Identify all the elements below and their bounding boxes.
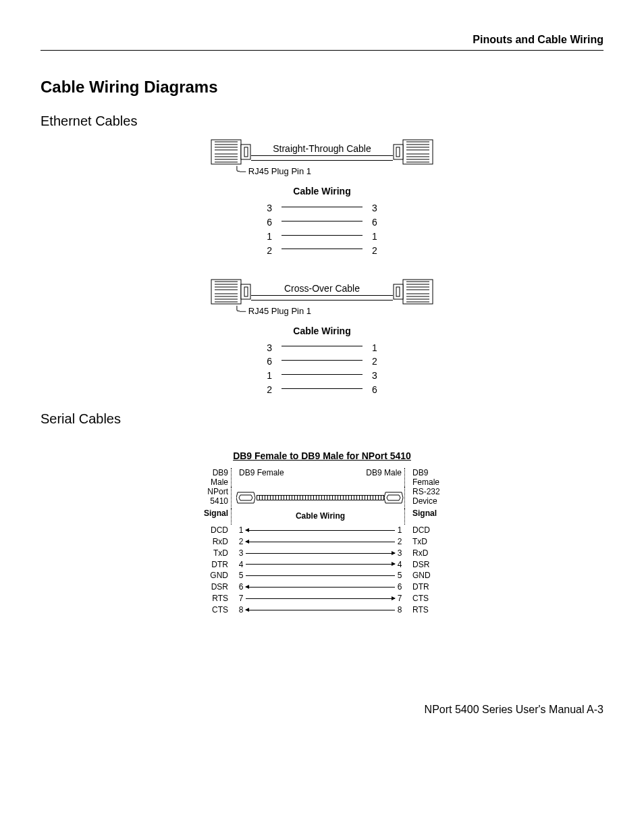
signal-right: RTS (410, 604, 447, 616)
signal-right: DTR (410, 581, 447, 593)
pin-right: 5 (395, 570, 404, 581)
pin-left: 2 (236, 536, 246, 548)
left-conn-label: DB9 Male (197, 468, 231, 487)
signal-left: TxD (197, 548, 231, 559)
right-conn-label: DB9 Female (410, 468, 447, 487)
pin-right: 8 (395, 604, 404, 616)
pin-right: 4 (395, 559, 404, 571)
pin-left: 3 (236, 548, 246, 559)
svg-rect-0 (211, 140, 241, 164)
pin-right: 6 (368, 384, 381, 396)
page-header: Pinouts and Cable Wiring (41, 34, 603, 51)
pin-left: 4 (236, 559, 246, 571)
pin-left: 1 (236, 525, 246, 536)
crossover-diagram: Cross-Over Cable ╰─ RJ45 Plug Pin 1 Cabl… (211, 279, 433, 398)
pin-right: 1 (368, 230, 381, 243)
rj45-plug-right-icon (393, 139, 433, 165)
svg-rect-21 (396, 147, 400, 157)
pin-left: 6 (263, 355, 276, 368)
straight-cable-label: Straight-Through Cable (251, 143, 393, 154)
pin-right: 2 (395, 536, 404, 548)
pin-left: 2 (263, 244, 276, 257)
svg-rect-32 (244, 287, 248, 296)
serial-cable-wiring-title: Cable Wiring (236, 511, 404, 521)
signal-right: TxD (410, 536, 447, 548)
pin-right: 3 (368, 369, 381, 382)
signal-left: GND (197, 570, 231, 581)
pin-right: 2 (368, 355, 381, 368)
pin-right: 7 (395, 593, 404, 604)
signal-header-right: Signal (410, 509, 447, 525)
mid-left-label: DB9 Female (239, 468, 284, 487)
cable-wiring-title: Cable Wiring (211, 186, 433, 197)
cable-wiring-title: Cable Wiring (211, 325, 433, 336)
straight-through-diagram: Straight-Through Cable ╰─ RJ45 Plug Pin … (211, 139, 433, 259)
signal-left: DTR (197, 559, 231, 571)
pin-left: 7 (236, 593, 246, 604)
crossover-cable-label: Cross-Over Cable (251, 283, 393, 294)
pin-right: 1 (368, 342, 381, 355)
svg-rect-33 (403, 280, 433, 304)
rj45-plug-right-icon (393, 279, 433, 305)
signal-right: CTS (410, 593, 447, 604)
signal-right: GND (410, 570, 447, 581)
serial-diagram-title: DB9 Female to DB9 Male for NPort 5410 (41, 450, 603, 461)
rj45-plug-left-icon (211, 279, 251, 305)
svg-rect-10 (244, 147, 248, 157)
pin-left: 2 (263, 384, 276, 396)
serial-section-heading: Serial Cables (41, 411, 603, 427)
serial-diagram: DB9 Male DB9 Female DB9 Male DB9 Female … (197, 468, 447, 615)
straight-wiring-table: 33661122 (261, 201, 383, 259)
pin-right: 6 (395, 581, 404, 593)
ethernet-section-heading: Ethernet Cables (41, 113, 603, 129)
left-device-label: NPort 5410 (197, 487, 231, 509)
mid-right-label: DB9 Male (366, 468, 402, 487)
svg-rect-11 (403, 140, 433, 164)
rj45-pin-callout: ╰─ RJ45 Plug Pin 1 (234, 306, 433, 316)
rj45-pin-callout: ╰─ RJ45 Plug Pin 1 (234, 166, 433, 176)
page-footer: NPort 5400 Series User's Manual A-3 (41, 704, 603, 716)
right-device-label: RS-232 Device (410, 487, 447, 509)
db9-connector-left-icon (236, 491, 257, 504)
svg-rect-43 (396, 287, 400, 296)
svg-rect-22 (211, 280, 241, 304)
signal-right: DSR (410, 559, 447, 571)
pin-left: 6 (236, 581, 246, 593)
signal-left: DSR (197, 581, 231, 593)
signal-left: CTS (197, 604, 231, 616)
pin-left: 5 (236, 570, 246, 581)
pin-left: 1 (263, 369, 276, 382)
pin-right: 1 (395, 525, 404, 536)
signal-right: RxD (410, 548, 447, 559)
pin-right: 3 (395, 548, 404, 559)
db9-connector-right-icon (384, 491, 404, 504)
rj45-plug-left-icon (211, 139, 251, 165)
signal-left: RxD (197, 536, 231, 548)
signal-header-left: Signal (197, 509, 231, 525)
pin-left: 8 (236, 604, 246, 616)
pin-left: 3 (263, 202, 276, 215)
signal-right: DCD (410, 525, 447, 536)
signal-left: DCD (197, 525, 231, 536)
serial-wiring-rows: DCD11DCDRxD22TxDTxD33RxDDTR44DSRGND55GND… (197, 525, 447, 615)
page-title: Cable Wiring Diagrams (41, 78, 603, 97)
pin-left: 1 (263, 230, 276, 243)
signal-left: RTS (197, 593, 231, 604)
pin-right: 6 (368, 216, 381, 229)
pin-right: 3 (368, 202, 381, 215)
pin-left: 6 (263, 216, 276, 229)
crossover-wiring-table: 31621326 (261, 340, 383, 398)
pin-right: 2 (368, 244, 381, 257)
pin-left: 3 (263, 342, 276, 355)
